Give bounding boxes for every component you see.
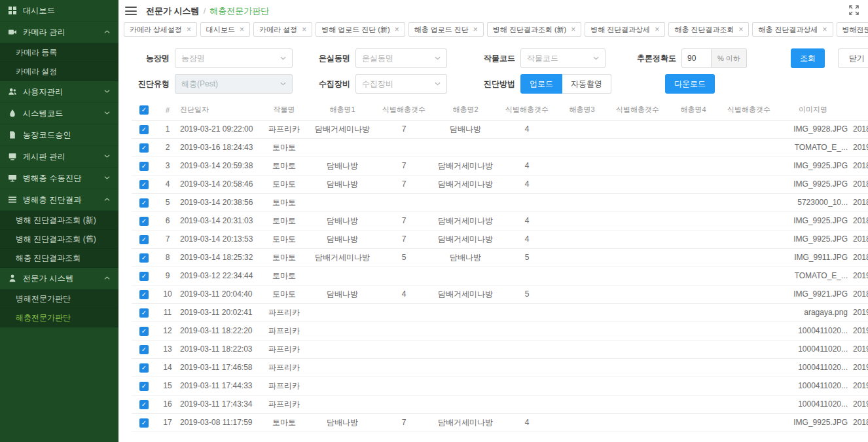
row-checkbox[interactable]: ✓ xyxy=(139,235,149,244)
close-button[interactable]: 닫기 xyxy=(838,48,868,68)
row-checkbox[interactable]: ✓ xyxy=(139,400,149,409)
row-checkbox[interactable]: ✓ xyxy=(139,382,149,391)
select-all-checkbox[interactable]: ✓ xyxy=(139,105,149,115)
cell xyxy=(667,120,719,138)
tab-label: 카메라 상세설정 xyxy=(130,25,182,35)
row-checkbox[interactable]: ✓ xyxy=(139,125,149,134)
close-tab-icon[interactable]: × xyxy=(187,26,191,33)
crop-code-select[interactable]: 작물코드 xyxy=(520,48,606,68)
tab-chip-1[interactable]: 대시보드× xyxy=(200,22,250,37)
tab-chip-7[interactable]: 해충 진단결과조회× xyxy=(668,22,749,37)
sidebar-item-user-management[interactable]: 사용자관리 xyxy=(0,81,118,103)
close-tab-icon[interactable]: × xyxy=(473,26,478,33)
method-auto-button[interactable]: 자동촬영 xyxy=(562,74,611,94)
close-tab-icon[interactable]: × xyxy=(823,26,827,33)
cell: 토마토 xyxy=(259,193,310,212)
sidebar-subitem-camera-register[interactable]: 카메라 등록 xyxy=(0,43,118,62)
row-checkbox[interactable]: ✓ xyxy=(139,162,149,171)
tab-chip-6[interactable]: 병해 진단결과상세× xyxy=(585,22,665,37)
tab-chip-5[interactable]: 병해 진단결과조회 (新)× xyxy=(487,22,581,37)
breadcrumb-root: 전문가 시스템 xyxy=(146,5,200,17)
cell: 7 xyxy=(375,230,433,248)
tab-chip-8[interactable]: 해충 진단결과상세× xyxy=(752,22,833,37)
sidebar-item-pest-manual-diagnosis[interactable]: 병해충 수동진단 xyxy=(0,168,118,189)
cell: 2018 xyxy=(848,230,868,248)
sidebar-subitem-disease-results-new[interactable]: 병해 진단결과조회 (新) xyxy=(0,211,118,230)
cell xyxy=(667,157,719,175)
cell: 2019-03-11 18:22:20 xyxy=(179,322,259,340)
method-upload-button[interactable]: 업로드 xyxy=(520,74,562,94)
column-header-8: 식별해충갯수 xyxy=(608,100,667,120)
row-checkbox[interactable]: ✓ xyxy=(139,217,149,226)
sidebar-item-camera-management[interactable]: 카메라 관리 xyxy=(0,22,118,43)
accuracy-input[interactable] xyxy=(681,48,712,68)
cell xyxy=(556,358,608,377)
greenhouse-select[interactable]: 온실동명 xyxy=(355,48,447,68)
search-button[interactable]: 조회 xyxy=(791,48,825,68)
row-checkbox[interactable]: ✓ xyxy=(139,308,149,318)
cell xyxy=(433,340,498,358)
cell: 2019-03-11 17:46:58 xyxy=(179,358,259,377)
cell: 4 xyxy=(498,230,556,248)
sidebar-item-diagnosis-results[interactable]: 병해충 진단결과 xyxy=(0,189,118,211)
download-button[interactable]: 다운로드 xyxy=(665,74,715,94)
row-checkbox[interactable]: ✓ xyxy=(139,143,149,153)
sidebar-subitem-pest-expert-judgment[interactable]: 해충전문가판단 xyxy=(0,308,118,327)
row-checkbox[interactable]: ✓ xyxy=(139,272,149,281)
row-checkbox[interactable]: ✓ xyxy=(139,345,149,354)
row-checkbox[interactable]: ✓ xyxy=(139,418,149,428)
cell: 2019 xyxy=(848,138,868,157)
row-checkbox[interactable]: ✓ xyxy=(139,180,149,189)
row-checkbox[interactable]: ✓ xyxy=(139,327,149,336)
sidebar-subitem-disease-results-old[interactable]: 병해 진단결과조회 (舊) xyxy=(0,230,118,249)
breadcrumb-separator: / xyxy=(204,6,206,16)
chevron-up-icon xyxy=(104,29,111,35)
equipment-select[interactable]: 수집장비 xyxy=(355,74,447,94)
cell: 4 xyxy=(498,212,556,230)
close-tab-icon[interactable]: × xyxy=(395,26,399,33)
close-tab-icon[interactable]: × xyxy=(655,26,659,33)
diagnosis-type-select[interactable]: 해충(Pest) xyxy=(175,74,293,94)
cell xyxy=(719,175,778,193)
chevron-down-icon xyxy=(435,82,441,86)
row-checkbox[interactable]: ✓ xyxy=(139,363,149,373)
sidebar-item-board-management[interactable]: 게시판 관리 xyxy=(0,146,118,168)
tab-label: 병해 업로드 진단 (新) xyxy=(321,25,390,35)
cell xyxy=(498,358,556,377)
breadcrumb-current: 해충전문가판단 xyxy=(209,5,269,17)
menu-toggle-icon[interactable] xyxy=(125,7,137,15)
row-checkbox[interactable]: ✓ xyxy=(139,198,149,208)
tab-chip-2[interactable]: 카메라 설정× xyxy=(253,22,312,37)
cell xyxy=(375,340,433,358)
fullscreen-icon[interactable] xyxy=(849,5,859,18)
cell: 2018 xyxy=(848,175,868,193)
tab-chip-9[interactable]: 병해전문가판단× xyxy=(837,22,868,37)
sidebar-item-expert-system[interactable]: 전문가 시스템 xyxy=(0,268,118,289)
system-code-icon xyxy=(8,109,17,118)
tab-chip-0[interactable]: 카메라 상세설정× xyxy=(124,22,197,37)
tab-chip-3[interactable]: 병해 업로드 진단 (新)× xyxy=(316,22,405,37)
sidebar-item-farm-code-approval[interactable]: 농장코드승인 xyxy=(0,124,118,146)
method-label: 진단방법 xyxy=(469,79,515,90)
cell: 12 xyxy=(156,322,179,340)
filter-row-2: 진단유형 해충(Pest) 수집장비 수집장비 진단방법 업로드 자동촬영 다운… xyxy=(132,74,855,94)
close-tab-icon[interactable]: × xyxy=(302,26,306,33)
row-checkbox[interactable]: ✓ xyxy=(139,253,149,263)
sidebar-subitem-disease-expert-judgment[interactable]: 병해전문가판단 xyxy=(0,289,118,308)
close-tab-icon[interactable]: × xyxy=(571,26,575,33)
sidebar-item-dashboard[interactable]: 대시보드 xyxy=(0,0,118,22)
cell: 담배거세미나방 xyxy=(310,248,375,267)
cell: 2019-03-08 11:17:59 xyxy=(179,413,259,432)
sidebar-subitem-pest-results[interactable]: 해충 진단결과조회 xyxy=(0,249,118,268)
close-tab-icon[interactable]: × xyxy=(240,26,244,33)
cell xyxy=(608,267,667,285)
close-tab-icon[interactable]: × xyxy=(738,26,743,33)
sidebar-subitem-camera-settings[interactable]: 카메라 설정 xyxy=(0,62,118,81)
sidebar-item-system-code[interactable]: 시스템코드 xyxy=(0,103,118,124)
row-checkbox[interactable]: ✓ xyxy=(139,290,149,299)
tab-chip-4[interactable]: 해충 업로드 진단× xyxy=(408,22,484,37)
cell: 1000411020... xyxy=(778,340,848,358)
farm-name-select[interactable]: 농장명 xyxy=(175,48,293,68)
accuracy-suffix: % 이하 xyxy=(712,48,747,68)
cell: 4 xyxy=(498,157,556,175)
